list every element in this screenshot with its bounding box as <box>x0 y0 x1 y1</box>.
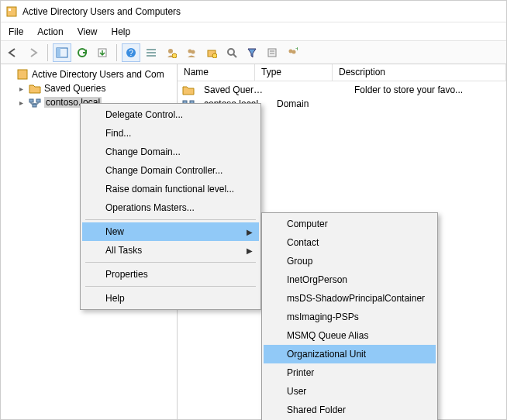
context-submenu-new: Computer Contact Group InetOrgPerson msD… <box>261 212 438 420</box>
svg-rect-25 <box>18 70 27 79</box>
menu-new-contact[interactable]: Contact <box>264 233 436 252</box>
details-view-button[interactable] <box>142 43 160 62</box>
list-item[interactable]: Saved Queries Folder to store your favo.… <box>178 83 506 97</box>
menu-new-ou[interactable]: Organizational Unit <box>264 345 436 363</box>
svg-rect-8 <box>147 49 156 50</box>
menu-find[interactable]: Find... <box>82 124 259 143</box>
tree-saved-queries[interactable]: ▸ Saved Queries <box>4 81 177 95</box>
menu-new-computer[interactable]: Computer <box>264 215 436 233</box>
toolbar-separator <box>116 44 117 61</box>
folder-icon <box>182 84 195 96</box>
help-button[interactable]: ? <box>122 43 140 62</box>
refresh-button[interactable] <box>73 43 91 62</box>
column-name[interactable]: Name <box>178 64 255 81</box>
add-to-group-icon[interactable]: + <box>283 43 302 62</box>
new-group-icon[interactable] <box>182 43 201 62</box>
menu-new-group[interactable]: Group <box>264 252 436 270</box>
tree-saved-queries-label: Saved Queries <box>44 83 105 94</box>
window: Active Directory Users and Computers Fil… <box>0 0 507 420</box>
menu-new-printer[interactable]: Printer <box>264 363 436 382</box>
menu-delegate-control[interactable]: Delegate Control... <box>82 105 259 124</box>
cell-desc: Folder to store your favo... <box>348 84 506 95</box>
filter-icon[interactable] <box>243 43 261 62</box>
menu-new[interactable]: New ▶ <box>82 222 259 241</box>
ad-root-icon <box>16 68 29 81</box>
svg-rect-19 <box>268 49 276 57</box>
menu-item-label: User <box>287 386 306 397</box>
menu-item-label: Operations Masters... <box>105 202 195 213</box>
svg-text:?: ? <box>129 49 133 57</box>
cell-type: Domain <box>271 98 348 109</box>
folder-icon <box>29 82 41 95</box>
tree-root-label: Active Directory Users and Com <box>32 69 164 80</box>
menu-view[interactable]: View <box>78 26 98 37</box>
app-icon <box>5 5 18 18</box>
svg-rect-1 <box>9 9 11 11</box>
menu-separator <box>85 262 256 263</box>
menu-item-label: InetOrgPerson <box>287 274 347 285</box>
submenu-arrow-icon: ▶ <box>247 228 253 236</box>
toolbar-separator <box>47 44 48 61</box>
svg-rect-9 <box>147 52 156 53</box>
menu-item-label: MSMQ Queue Alias <box>287 330 368 341</box>
show-tree-button[interactable] <box>53 43 71 62</box>
menu-item-label: Printer <box>287 367 314 378</box>
svg-text:+: + <box>295 47 298 53</box>
menu-new-msimaging[interactable]: msImaging-PSPs <box>264 308 436 326</box>
properties-icon[interactable] <box>263 43 281 62</box>
menu-file[interactable]: File <box>9 26 23 37</box>
menu-new-user[interactable]: User <box>264 382 436 401</box>
svg-rect-0 <box>7 7 16 16</box>
menu-item-label: Change Domain Controller... <box>105 165 222 176</box>
menu-all-tasks[interactable]: All Tasks ▶ <box>82 241 259 260</box>
menu-help[interactable]: Help <box>82 289 259 308</box>
svg-rect-26 <box>29 99 33 102</box>
window-title: Active Directory Users and Computers <box>22 6 181 17</box>
menu-new-msmq[interactable]: MSMQ Queue Alias <box>264 326 436 345</box>
new-user-icon[interactable] <box>162 43 181 62</box>
expand-caret-icon[interactable]: ▸ <box>16 98 26 107</box>
menu-new-inetorgperson[interactable]: InetOrgPerson <box>264 270 436 289</box>
menu-properties[interactable]: Properties <box>82 265 259 284</box>
menu-item-label: Delegate Control... <box>105 109 183 120</box>
menu-help[interactable]: Help <box>112 26 131 37</box>
menu-change-dc[interactable]: Change Domain Controller... <box>82 161 259 180</box>
menu-item-label: Organizational Unit <box>287 349 366 360</box>
menu-item-label: Raise domain functional level... <box>105 184 234 195</box>
cell-name: Saved Queries <box>198 84 271 95</box>
menu-new-shadow[interactable]: msDS-ShadowPrincipalContainer <box>264 289 436 308</box>
menu-new-shared-folder[interactable]: Shared Folder <box>264 401 436 419</box>
expand-caret-icon[interactable]: ▸ <box>16 84 26 93</box>
titlebar: Active Directory Users and Computers <box>1 1 506 22</box>
menu-item-label: Change Domain... <box>105 146 181 157</box>
menu-item-label: Shared Folder <box>287 405 346 415</box>
menu-separator <box>85 219 256 220</box>
column-type[interactable]: Type <box>255 64 333 81</box>
tree-root[interactable]: Active Directory Users and Com <box>4 67 177 81</box>
find-icon[interactable] <box>222 43 241 62</box>
menu-ops-masters[interactable]: Operations Masters... <box>82 198 259 217</box>
domain-icon <box>29 96 41 108</box>
svg-rect-10 <box>147 55 156 57</box>
submenu-arrow-icon: ▶ <box>247 246 253 255</box>
svg-point-16 <box>212 53 217 58</box>
column-description[interactable]: Description <box>333 64 506 81</box>
context-menu: Delegate Control... Find... Change Domai… <box>80 103 261 310</box>
menu-item-label: Computer <box>287 219 328 229</box>
menu-item-label: Properties <box>105 269 148 280</box>
menu-item-label: Contact <box>287 237 319 248</box>
svg-point-11 <box>168 49 173 53</box>
menu-raise-level[interactable]: Raise domain functional level... <box>82 180 259 198</box>
new-ou-icon[interactable] <box>202 43 221 62</box>
menu-item-label: Group <box>287 256 312 267</box>
forward-button[interactable] <box>24 43 43 62</box>
menu-item-label: msImaging-PSPs <box>287 312 359 322</box>
menu-item-label: All Tasks <box>105 245 142 256</box>
menu-action[interactable]: Action <box>37 26 63 37</box>
svg-point-12 <box>172 53 177 58</box>
export-list-button[interactable] <box>93 43 112 62</box>
menu-change-domain[interactable]: Change Domain... <box>82 143 259 161</box>
menu-separator <box>85 286 256 287</box>
svg-point-17 <box>228 49 234 55</box>
back-button[interactable] <box>4 43 22 62</box>
